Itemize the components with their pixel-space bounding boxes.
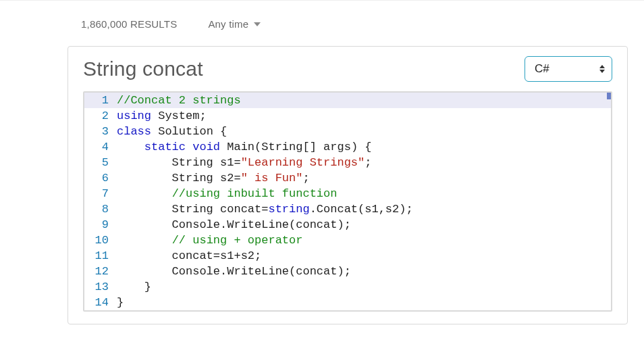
code-content: String concat=string.Concat(s1,s2); (114, 201, 413, 217)
code-line: 9 Console.WriteLine(concat); (84, 217, 611, 233)
line-number: 14 (84, 295, 114, 310)
code-content: //using inbuilt function (114, 186, 337, 201)
code-line: 14} (84, 295, 611, 310)
code-content: Console.WriteLine(concat); (114, 264, 351, 279)
line-number: 2 (84, 108, 114, 124)
code-line: 3class Solution { (84, 124, 611, 139)
line-number: 11 (84, 248, 114, 264)
code-line: 2using System; (84, 108, 611, 124)
code-line: 1//Concat 2 strings (84, 93, 611, 108)
line-number: 10 (84, 233, 114, 248)
code-content: using System; (114, 108, 207, 124)
code-content: } (114, 279, 151, 295)
card-header: String concat C# (83, 56, 612, 82)
time-filter-label: Any time (208, 18, 248, 30)
code-box[interactable]: 1//Concat 2 strings2using System;3class … (83, 91, 612, 312)
line-number: 1 (84, 93, 114, 108)
code-line: 5 String s1="Learning Strings"; (84, 155, 611, 170)
code-line: 12 Console.WriteLine(concat); (84, 264, 611, 279)
line-number: 8 (84, 201, 114, 217)
top-divider (0, 0, 644, 1)
code-content: Console.WriteLine(concat); (114, 217, 351, 233)
line-number: 3 (84, 124, 114, 139)
results-count-label: 1,860,000 RESULTS (81, 18, 177, 30)
code-line: 11 concat=s1+s2; (84, 248, 611, 264)
line-number: 4 (84, 139, 114, 155)
card-title: String concat (83, 57, 203, 80)
code-content: //Concat 2 strings (114, 93, 241, 108)
code-content: concat=s1+s2; (114, 248, 261, 264)
code-content: static void Main(String[] args) { (114, 139, 371, 155)
time-filter-dropdown[interactable]: Any time (208, 18, 261, 30)
code-line: 6 String s2=" is Fun"; (84, 170, 611, 186)
code-line: 8 String concat=string.Concat(s1,s2); (84, 201, 611, 217)
code-content: String s1="Learning Strings"; (114, 155, 371, 170)
scrollbar-thumb[interactable] (607, 93, 611, 99)
line-number: 7 (84, 186, 114, 201)
code-content: // using + operator (114, 233, 302, 248)
sort-arrows-icon (599, 65, 605, 73)
code-line: 10 // using + operator (84, 233, 611, 248)
code-content: class Solution { (114, 124, 227, 139)
code-line: 13 } (84, 279, 611, 295)
code-answer-card: String concat C# 1//Concat 2 strings2usi… (68, 46, 628, 324)
language-select-value: C# (535, 62, 549, 76)
code-content: } (114, 295, 124, 310)
code-line: 7 //using inbuilt function (84, 186, 611, 201)
results-meta-row: 1,860,000 RESULTS Any time (16, 18, 628, 30)
line-number: 9 (84, 217, 114, 233)
code-line: 4 static void Main(String[] args) { (84, 139, 611, 155)
line-number: 13 (84, 279, 114, 295)
code-content: String s2=" is Fun"; (114, 170, 310, 186)
chevron-down-icon (254, 22, 261, 26)
line-number: 5 (84, 155, 114, 170)
line-number: 12 (84, 264, 114, 279)
code-lines: 1//Concat 2 strings2using System;3class … (84, 93, 611, 310)
line-number: 6 (84, 170, 114, 186)
language-select[interactable]: C# (525, 56, 612, 82)
